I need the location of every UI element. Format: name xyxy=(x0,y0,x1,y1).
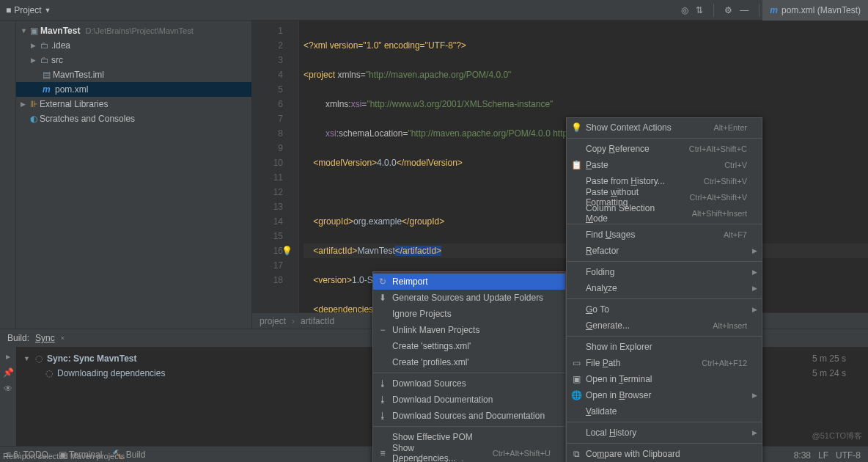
menu-item[interactable]: −Unlink Maven Projects xyxy=(373,322,565,338)
line-number-gutter: 123456789101112131415161718 xyxy=(252,21,289,312)
menu-item[interactable]: Folding▶ xyxy=(567,264,762,280)
menu-separator xyxy=(567,138,762,139)
project-dropdown[interactable]: ■ Project ▼ xyxy=(0,5,57,15)
maven-file-icon: m xyxy=(770,5,778,15)
gear-icon[interactable]: ⚙ xyxy=(724,5,732,15)
menu-item[interactable]: 💡Show Context ActionsAlt+Enter xyxy=(567,120,762,136)
menu-item[interactable]: ⭳Download Documentation xyxy=(373,392,565,408)
status-line-sep[interactable]: LF xyxy=(818,450,828,461)
tab-pom-xml[interactable]: m pom.xml (MavnTest) xyxy=(762,0,868,21)
tree-file-iml[interactable]: ▤ MavnTest.iml xyxy=(16,67,251,82)
menu-separator xyxy=(567,422,762,422)
tree-root[interactable]: ▼ ▣ MavnTest D:\JetBrains\Project\MavnTe… xyxy=(16,23,251,38)
tree-label: Scratches and Consoles xyxy=(40,114,135,124)
tree-scratches[interactable]: ▶ ◐ Scratches and Consoles xyxy=(16,111,251,126)
build-tab-sync[interactable]: Sync xyxy=(35,333,55,343)
menu-item[interactable]: Local History▶ xyxy=(567,425,762,441)
status-encoding[interactable]: UTF-8 xyxy=(836,450,861,461)
menu-label: Folding xyxy=(586,267,614,277)
menu-label: Find Usages xyxy=(586,230,635,240)
menu-label: Show Context Actions xyxy=(586,122,672,133)
eye-icon[interactable]: 👁 xyxy=(4,384,12,394)
menu-item[interactable]: Create 'settings.xml' xyxy=(373,338,565,354)
menu-shortcut: Ctrl+Shift+V xyxy=(689,177,747,186)
tab-label: pom.xml (MavnTest) xyxy=(781,5,861,15)
breadcrumb-item[interactable]: artifactId xyxy=(301,316,334,326)
menu-shortcut: Ctrl+Alt+Shift+U xyxy=(478,449,551,458)
menu-item[interactable]: ⬇Generate Sources and Update Folders xyxy=(373,290,565,306)
menu-shortcut: Ctrl+Alt+Shift+V xyxy=(674,193,747,202)
menu-icon: ⧉ xyxy=(571,449,581,459)
menu-shortcut: Ctrl+V xyxy=(710,161,747,169)
status-hint: Reimport selected Maven projects xyxy=(3,452,125,461)
menu-item[interactable]: Copy ReferenceCtrl+Alt+Shift+C xyxy=(567,141,762,157)
tree-file-pom[interactable]: m pom.xml xyxy=(16,82,251,97)
chevron-right-icon[interactable]: ▶ xyxy=(31,56,38,64)
menu-icon: ↻ xyxy=(378,276,388,287)
menu-label: Download Documentation xyxy=(392,395,493,405)
menu-item[interactable]: Show in Explorer xyxy=(567,339,762,355)
menu-label: Create 'settings.xml' xyxy=(392,341,471,351)
menu-item[interactable]: ↻Reimport xyxy=(373,274,565,290)
bulb-icon[interactable]: 💡 xyxy=(282,243,293,258)
menu-label: Analyze xyxy=(586,283,617,293)
menu-icon: 📋 xyxy=(571,160,581,170)
menu-item[interactable]: Validate xyxy=(567,403,762,419)
menu-label: Show Dependencies Popup... xyxy=(392,459,493,462)
chevron-right-icon[interactable]: ▶ xyxy=(21,100,28,108)
line-number: 18 xyxy=(252,273,283,287)
menu-item[interactable]: ▭File PathCtrl+Alt+F12 xyxy=(567,355,762,371)
build-time: 5 m 24 s xyxy=(812,368,861,378)
tree-folder-src[interactable]: ▶ 🗀 src xyxy=(16,53,251,67)
menu-item[interactable]: Go To▶ xyxy=(567,301,762,318)
tree-folder-idea[interactable]: ▶ 🗀 .idea xyxy=(16,38,251,53)
target-icon[interactable]: ◎ xyxy=(681,5,688,15)
close-icon[interactable]: × xyxy=(61,334,65,342)
menu-label: Generate... xyxy=(586,320,630,331)
menu-item[interactable]: ⧉Compare with Clipboard xyxy=(567,446,762,462)
line-number: 3 xyxy=(252,53,283,67)
menu-item[interactable]: ⭳Download Sources and Documentation xyxy=(373,408,565,424)
menu-item[interactable]: Refactor▶ xyxy=(567,243,762,259)
menu-item[interactable]: 🌐Open in Browser▶ xyxy=(567,387,762,403)
chevron-right-icon: ▶ xyxy=(752,429,757,436)
menu-item[interactable]: Find UsagesAlt+F7 xyxy=(567,227,762,243)
menu-label: Column Selection Mode xyxy=(586,203,672,224)
line-number: 14 xyxy=(252,214,283,229)
chevron-down-icon[interactable]: ▼ xyxy=(23,355,31,362)
line-number: 1 xyxy=(252,23,283,38)
status-position[interactable]: 8:38 xyxy=(794,450,811,461)
fold-column[interactable] xyxy=(289,21,299,312)
menu-separator xyxy=(373,373,565,373)
chevron-right-icon: ▶ xyxy=(752,285,757,292)
chevron-down-icon[interactable]: ▼ xyxy=(21,27,28,34)
scratch-icon: ◐ xyxy=(30,114,37,124)
menu-separator xyxy=(567,298,762,299)
menu-item[interactable]: 📋PasteCtrl+V xyxy=(567,157,762,173)
menu-item[interactable]: Ignore Projects xyxy=(373,306,565,322)
menu-item[interactable]: Create 'profiles.xml' xyxy=(373,354,565,370)
menu-item[interactable]: Analyze▶ xyxy=(567,280,762,296)
spinner-icon: ◌ xyxy=(45,368,53,378)
menu-icon: ≡ xyxy=(378,448,388,458)
menu-item[interactable]: Generate...Alt+Insert xyxy=(567,318,762,334)
line-number: 7 xyxy=(252,111,283,126)
tree-external-libraries[interactable]: ▶ ⊪ External Libraries xyxy=(16,97,251,111)
menu-icon: ▭ xyxy=(571,358,581,368)
expand-icon[interactable]: ▸ xyxy=(6,351,10,362)
folder-icon: 🗀 xyxy=(40,55,49,65)
line-number: 15 xyxy=(252,229,283,243)
line-number: 12 xyxy=(252,185,283,199)
menu-item[interactable]: Column Selection ModeAlt+Shift+Insert xyxy=(567,205,762,221)
chevron-right-icon[interactable]: ▶ xyxy=(31,42,38,49)
chevron-right-icon: ▶ xyxy=(752,268,757,276)
collapse-icon[interactable]: — xyxy=(740,5,749,15)
menu-item[interactable]: ▣Open in Terminal xyxy=(567,371,762,387)
menu-shortcut: Alt+Enter xyxy=(699,123,747,132)
pin-icon[interactable]: 📌 xyxy=(3,367,14,378)
options-icon[interactable]: ⇅ xyxy=(696,5,703,15)
menu-shortcut: Alt+Insert xyxy=(698,321,747,330)
menu-item[interactable]: ⭳Download Sources xyxy=(373,375,565,392)
breadcrumb-item[interactable]: project xyxy=(260,316,286,326)
menu-separator xyxy=(567,336,762,337)
